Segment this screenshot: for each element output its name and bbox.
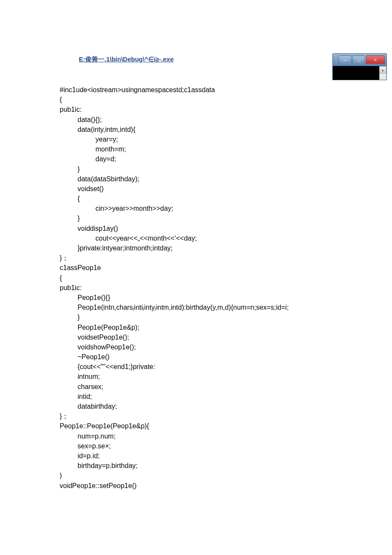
code-line: voidshowPeop1e(); [60, 342, 379, 352]
code-line: voidPeop1e::setPeop1e() [60, 481, 379, 491]
code-line: intid; [60, 392, 379, 401]
code-line: sex=p.se×; [60, 441, 379, 451]
code-line: data(){}; [60, 115, 379, 125]
chevron-up-icon: ▴ [382, 68, 384, 72]
code-line: } [60, 164, 379, 174]
code-line: Peop1e::Peop1e(Peop1e&p){ [60, 421, 379, 431]
code-line: }； [60, 253, 379, 263]
code-line: }private:intyear;intmonth;intday; [60, 243, 379, 253]
code-line: pub1ic: [60, 283, 379, 293]
code-line: Peop1e(Peop1e&p); [60, 323, 379, 332]
code-line: voiddisp1ay() [60, 224, 379, 233]
code-line: { [60, 194, 379, 203]
code-line: month=m; [60, 144, 379, 154]
code-line: } [60, 213, 379, 223]
code-line: }； [60, 411, 379, 421]
file-path-link[interactable]: E:俊善一,1\bin\Debug\^∈i≥-.exe [79, 55, 174, 64]
code-line: charsex; [60, 382, 379, 392]
scroll-up-button[interactable]: ▴ [379, 66, 386, 73]
code-line: databirthday; [60, 401, 379, 411]
code-line: cout<<year<<„<<month<<'<<day; [60, 233, 379, 243]
code-line: Peop1e(){} [60, 293, 379, 302]
code-line: Peop1e(intn,charsⱼintiⱼintyⱼintm,intd):b… [60, 302, 379, 312]
code-line: { [60, 273, 379, 283]
code-line: #inc1ude<iostream>usingnamespacestd;c1as… [60, 85, 379, 95]
scrollbar-track[interactable] [379, 73, 386, 80]
code-line: ~Peop1e() [60, 352, 379, 362]
code-line: cin>>year>>month>>day; [60, 203, 379, 213]
code-line: id=p.id; [60, 451, 379, 461]
code-line: num=p.num; [60, 431, 379, 441]
code-line: { [60, 95, 379, 105]
code-line: pub1ic: [60, 105, 379, 114]
code-block: #inc1ude<iostream>usingnamespacestd;c1as… [60, 85, 379, 491]
code-line: day=d; [60, 154, 379, 164]
code-line: c1assPeop1e [60, 263, 379, 273]
code-line: } [60, 312, 379, 322]
code-line: data(inty,intm,intd){ [60, 125, 379, 134]
code-line: data(dataSbirthday); [60, 174, 379, 184]
code-line: intnum; [60, 372, 379, 381]
code-line: birthday=p.birthday; [60, 461, 379, 471]
code-line: voidset() [60, 184, 379, 194]
document-content: E:俊善一,1\bin\Debug\^∈i≥-.exe #inc1ude<ios… [60, 55, 379, 491]
code-line: voidsetPeop1e(); [60, 332, 379, 342]
code-line: {cout<<""<<end1;}private: [60, 362, 379, 372]
code-line: ) [60, 471, 379, 480]
code-line: year=y; [60, 134, 379, 144]
